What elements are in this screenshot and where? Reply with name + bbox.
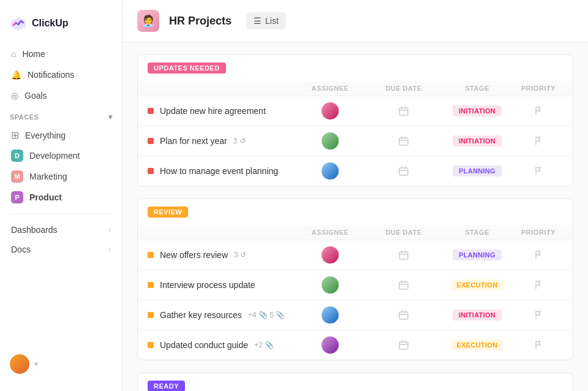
status-badge: PLANNING <box>453 165 502 177</box>
due-date-cell[interactable] <box>367 136 440 146</box>
task-status-dot <box>148 282 154 288</box>
svg-rect-1 <box>399 108 408 115</box>
table-row[interactable]: New offers review3 ↺PLANNING <box>138 240 573 270</box>
sidebar-item-marketing[interactable]: M Marketing <box>5 166 117 187</box>
sidebar-item-home[interactable]: ⌂ Home <box>5 44 117 64</box>
flag-icon <box>534 107 543 115</box>
priority-cell[interactable] <box>514 311 563 319</box>
table-row[interactable]: How to manage event planningPLANNING <box>138 156 573 186</box>
table-row[interactable]: Gather key resources+4 📎 5 📎INITIATION <box>138 300 573 330</box>
spaces-section-header: Spaces ▾ <box>0 105 122 125</box>
task-name-cell: Gather key resources+4 📎 5 📎 <box>148 310 293 320</box>
table-row[interactable]: Update new hire agreementINITIATION <box>138 96 573 126</box>
sidebar-item-goals[interactable]: ◎ Goals <box>5 86 117 105</box>
svg-rect-3 <box>399 168 408 175</box>
avatar <box>322 132 339 150</box>
list-icon: ☰ <box>254 16 262 26</box>
priority-cell[interactable] <box>514 167 563 175</box>
page-title: HR Projects <box>169 15 232 28</box>
svg-rect-2 <box>399 138 408 145</box>
user-avatar-img <box>10 354 29 374</box>
task-title: Gather key resources <box>160 310 242 320</box>
task-name-cell: Updated conduct guide+2 📎 <box>148 340 293 350</box>
section-header: UPDATES NEEDED <box>138 55 573 81</box>
chevron-right-icon: › <box>108 245 111 254</box>
goals-icon: ◎ <box>11 91 18 101</box>
task-name-cell: Update new hire agreement <box>148 106 293 116</box>
sidebar-item-docs[interactable]: Docs › <box>5 240 117 259</box>
priority-cell[interactable] <box>514 137 563 145</box>
table-row[interactable]: Plan for next year3 ↺INITIATION <box>138 126 573 156</box>
flag-icon <box>534 167 543 175</box>
section-badge: UPDATES NEEDED <box>148 63 226 74</box>
status-badge: EXECUTION <box>451 340 504 351</box>
svg-rect-7 <box>399 342 408 349</box>
everything-icon: ⊞ <box>11 129 19 141</box>
table-row[interactable]: Updated conduct guide+2 📎EXECUTION <box>138 330 573 360</box>
due-date-cell[interactable] <box>367 250 440 260</box>
svg-rect-4 <box>399 252 408 259</box>
status-badge: PLANNING <box>453 249 502 260</box>
section-updates-needed: UPDATES NEEDEDASSIGNEEDUE DATESTAGEPRIOR… <box>137 55 573 186</box>
calendar-icon <box>399 166 409 176</box>
section-badge: REVIEW <box>148 207 188 218</box>
sidebar: ClickUp ⌂ Home 🔔 Notifications ◎ Goals S… <box>0 0 123 391</box>
stage-cell: EXECUTION <box>440 279 514 290</box>
assignee-cell <box>293 276 367 294</box>
page-header: 🧑‍💼 HR Projects ☰ List <box>123 0 588 42</box>
due-date-cell[interactable] <box>367 166 440 176</box>
task-name-cell: New offers review3 ↺ <box>148 250 293 260</box>
development-dot: D <box>11 150 23 162</box>
due-date-cell[interactable] <box>367 280 440 290</box>
chevron-down-icon: ▾ <box>34 360 38 368</box>
task-extra: +2 📎 <box>254 341 274 349</box>
col-header-assignee: ASSIGNEE <box>293 85 367 92</box>
logo[interactable]: ClickUp <box>0 10 122 44</box>
avatar <box>322 162 339 180</box>
user-profile[interactable]: ▾ <box>0 347 122 381</box>
due-date-cell[interactable] <box>367 106 440 116</box>
sidebar-item-label: Goals <box>24 91 47 101</box>
status-badge: INITIATION <box>453 309 502 321</box>
sidebar-bottom-nav: Dashboards › Docs › <box>0 221 122 259</box>
task-name-cell: How to manage event planning <box>148 166 293 176</box>
column-headers: ASSIGNEEDUE DATESTAGEPRIORITY <box>138 225 573 240</box>
sidebar-item-dashboards[interactable]: Dashboards › <box>5 221 117 239</box>
task-name-cell: Plan for next year3 ↺ <box>148 136 293 146</box>
priority-cell[interactable] <box>514 281 563 289</box>
flag-icon <box>534 341 543 349</box>
task-status-dot <box>148 342 154 348</box>
bell-icon: 🔔 <box>11 70 21 80</box>
calendar-icon <box>399 106 409 116</box>
calendar-icon <box>399 136 409 146</box>
list-view-tab[interactable]: ☰ List <box>246 12 286 29</box>
task-extra: 3 ↺ <box>234 251 246 259</box>
avatar <box>322 336 339 354</box>
assignee-cell <box>293 336 367 354</box>
chevron-right-icon: › <box>108 226 111 234</box>
sidebar-item-everything[interactable]: ⊞ Everything <box>5 125 117 145</box>
avatar <box>322 246 339 264</box>
due-date-cell[interactable] <box>367 310 440 320</box>
col-header-assignee: ASSIGNEE <box>293 229 367 236</box>
table-row[interactable]: Interview process updateEXECUTION <box>138 270 573 300</box>
priority-cell[interactable] <box>514 341 563 349</box>
section-header: REVIEW <box>138 199 573 225</box>
task-name-cell: Interview process update <box>148 280 293 290</box>
task-title: How to manage event planning <box>160 166 278 176</box>
sidebar-item-notifications[interactable]: 🔔 Notifications <box>5 65 117 85</box>
col-header-due-date: DUE DATE <box>367 229 440 236</box>
sidebar-item-development[interactable]: D Development <box>5 145 117 166</box>
due-date-cell[interactable] <box>367 340 440 350</box>
status-badge: EXECUTION <box>451 279 504 290</box>
priority-cell[interactable] <box>514 107 563 115</box>
sidebar-item-product[interactable]: P Product <box>5 187 117 208</box>
priority-cell[interactable] <box>514 251 563 259</box>
task-status-dot <box>148 168 154 174</box>
calendar-icon <box>399 310 409 320</box>
task-status-dot <box>148 252 154 258</box>
flag-icon <box>534 311 543 319</box>
task-title: New offers review <box>160 250 228 260</box>
marketing-dot: M <box>11 170 23 183</box>
section-badge: READY <box>148 381 185 391</box>
